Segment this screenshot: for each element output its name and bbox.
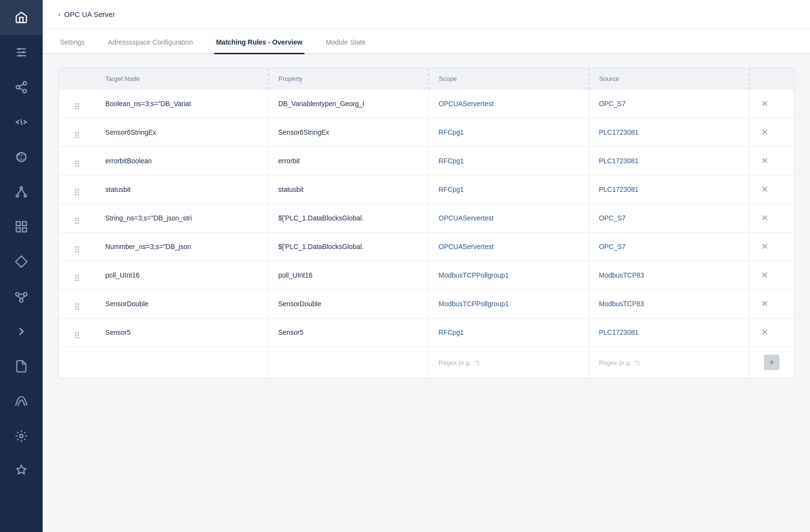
add-scope-cell[interactable] xyxy=(429,347,589,378)
delete-row-button[interactable]: ✕ xyxy=(759,97,770,110)
sidebar-item-network[interactable] xyxy=(0,140,43,174)
drag-handle[interactable] xyxy=(75,303,79,310)
add-scope-input[interactable] xyxy=(439,359,579,366)
source-value: OPC_S7 xyxy=(599,214,626,222)
col-header-action xyxy=(749,68,794,90)
add-source-cell[interactable] xyxy=(589,347,749,378)
tab-settings[interactable]: Settings xyxy=(58,38,87,54)
home-icon xyxy=(15,11,28,24)
cell-scope: RFCpg1 xyxy=(429,318,589,347)
delete-row-button[interactable]: ✕ xyxy=(759,326,770,339)
sidebar-item-share[interactable] xyxy=(0,70,43,105)
delete-row-button[interactable]: ✕ xyxy=(759,212,770,224)
scope-value: OPCUAServertest xyxy=(439,214,494,222)
add-row-button[interactable]: + xyxy=(764,355,779,370)
cell-target-node: poll_UInt16 xyxy=(95,261,268,290)
col-header-source: Source xyxy=(589,68,749,90)
drag-cell[interactable] xyxy=(59,90,95,118)
delete-row-button[interactable]: ✕ xyxy=(759,155,770,167)
svg-line-16 xyxy=(21,189,25,195)
cell-scope: ModbusTCPPollgroup1 xyxy=(429,261,589,290)
drag-cell[interactable] xyxy=(59,118,95,147)
sidebar xyxy=(0,0,43,532)
svg-point-3 xyxy=(18,48,20,50)
sidebar-item-diamond[interactable] xyxy=(0,244,43,279)
sidebar-item-sliders[interactable] xyxy=(0,35,43,70)
table-row: SensorDoubleSensorDoubleModbusTCPPollgro… xyxy=(59,290,794,318)
drag-cell[interactable] xyxy=(59,204,95,233)
drag-cell[interactable] xyxy=(59,175,95,204)
matching-rules-table: Target Node Property Scope Source Boolea… xyxy=(58,68,794,378)
cell-target-node: Sensor6StringEx xyxy=(95,118,268,147)
table-row: Sensor5Sensor5RFCpg1PLC1723081✕ xyxy=(59,318,794,347)
add-drag-cell xyxy=(59,347,95,378)
source-value: PLC1723081 xyxy=(599,186,639,193)
monitor-icon xyxy=(15,429,28,443)
sidebar-item-transform[interactable] xyxy=(0,279,43,314)
transform-icon xyxy=(15,290,28,303)
drag-handle[interactable] xyxy=(75,218,79,224)
sidebar-item-topology[interactable] xyxy=(0,174,43,209)
scope-value: RFCpg1 xyxy=(439,157,464,165)
sidebar-item-file[interactable] xyxy=(0,349,43,384)
drag-cell[interactable] xyxy=(59,290,95,318)
cell-source: PLC1723081 xyxy=(589,318,749,347)
sidebar-item-signal[interactable] xyxy=(0,384,43,419)
tab-matching-rules[interactable]: Matching Rules - Overview xyxy=(214,38,304,54)
cell-action: ✕ xyxy=(749,90,794,118)
drag-handle[interactable] xyxy=(75,189,79,195)
table-row: Boolean_ns=3;s="DB_VariatDB_Variablentyp… xyxy=(59,90,794,118)
drag-handle[interactable] xyxy=(75,160,79,167)
cell-action: ✕ xyxy=(749,147,794,175)
add-target-cell xyxy=(95,347,268,378)
delete-row-button[interactable]: ✕ xyxy=(759,269,770,282)
topology-icon xyxy=(15,185,28,199)
breadcrumb: › OPC UA Server xyxy=(58,10,115,18)
main-content: › OPC UA Server Settings Adresssspace Co… xyxy=(43,0,810,532)
drag-handle[interactable] xyxy=(75,132,79,138)
col-header-property: Property xyxy=(269,68,429,90)
drag-cell[interactable] xyxy=(59,147,95,175)
delete-row-button[interactable]: ✕ xyxy=(759,240,770,253)
sidebar-item-badge[interactable] xyxy=(0,454,43,488)
cell-property: DB_Variablentypen_Georg_I xyxy=(269,90,429,118)
source-value: ModbusTCP83 xyxy=(599,271,644,279)
tab-adresssspace[interactable]: Adresssspace Configuration xyxy=(106,38,195,54)
drag-cell[interactable] xyxy=(59,318,95,347)
svg-rect-20 xyxy=(22,228,26,232)
sidebar-item-grid[interactable] xyxy=(0,209,43,244)
scope-value: OPCUAServertest xyxy=(439,243,494,250)
add-row: + xyxy=(59,347,794,378)
sidebar-item-home[interactable] xyxy=(0,0,43,35)
tab-module-state[interactable]: Module State xyxy=(324,38,368,54)
add-source-input[interactable] xyxy=(599,359,740,366)
svg-point-12 xyxy=(20,187,23,189)
drag-handle[interactable] xyxy=(75,332,79,338)
drag-cell[interactable] xyxy=(59,233,95,261)
file-icon xyxy=(15,360,28,373)
scope-value: RFCpg1 xyxy=(439,329,464,336)
scope-value: OPCUAServertest xyxy=(439,100,494,108)
sidebar-item-code[interactable] xyxy=(0,105,43,140)
drag-handle[interactable] xyxy=(75,103,79,110)
drag-handle[interactable] xyxy=(75,275,79,281)
cell-action: ✕ xyxy=(749,175,794,204)
cell-source: OPC_S7 xyxy=(589,90,749,118)
cell-action: ✕ xyxy=(749,261,794,290)
sidebar-item-monitor[interactable] xyxy=(0,419,43,454)
svg-rect-17 xyxy=(16,222,20,226)
grid-icon xyxy=(15,220,28,234)
cell-property: poll_UInt16 xyxy=(269,261,429,290)
network-icon xyxy=(15,150,28,164)
svg-point-14 xyxy=(24,195,27,197)
drag-handle[interactable] xyxy=(75,246,79,252)
scope-value: RFCpg1 xyxy=(439,128,464,136)
sidebar-item-arrow[interactable] xyxy=(0,314,43,349)
delete-row-button[interactable]: ✕ xyxy=(759,297,770,310)
cell-source: PLC1723081 xyxy=(589,118,749,147)
drag-cell[interactable] xyxy=(59,261,95,290)
delete-row-button[interactable]: ✕ xyxy=(759,126,770,139)
cell-target-node: Nummber_ns=3;s="DB_json xyxy=(95,233,268,261)
delete-row-button[interactable]: ✕ xyxy=(759,183,770,196)
add-property-cell xyxy=(269,347,429,378)
